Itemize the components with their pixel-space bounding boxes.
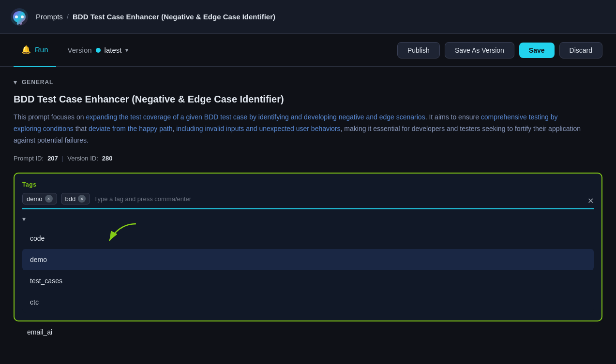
tags-clear-button[interactable]: ✕ <box>587 196 594 205</box>
prompt-id-label: Prompt ID: <box>14 155 44 162</box>
version-id-value: 280 <box>102 155 113 162</box>
breadcrumb-current-page: BDD Test Case Enhancer (Negative & Edge … <box>73 13 275 21</box>
save-button[interactable]: Save <box>519 43 555 58</box>
desc-highlight-1: expanding the test coverage of a given B… <box>86 113 425 121</box>
svg-point-2 <box>21 15 24 18</box>
tags-label: Tags <box>22 181 594 188</box>
tag-chip-bdd-close[interactable]: × <box>78 195 86 203</box>
desc-text-1: This prompt focuses on <box>14 113 86 121</box>
meta-separator: | <box>62 155 63 162</box>
below-item-email-ai[interactable]: email_ai <box>14 321 602 343</box>
discard-button[interactable]: Discard <box>559 42 602 58</box>
desc-text-2: . It aims to ensure <box>425 113 481 121</box>
meta-row: Prompt ID: 207 | Version ID: 280 <box>14 155 602 162</box>
version-chevron-icon[interactable]: ▾ <box>125 47 128 54</box>
desc-highlight-4: including invalid inputs and unexpected … <box>176 125 340 132</box>
dropdown-section: ▾ <box>22 209 594 226</box>
dropdown-collapse-icon: ▾ <box>22 215 26 223</box>
save-as-version-button[interactable]: Save As Version <box>445 42 514 58</box>
tags-input-row[interactable]: demo × bdd × Type a tag and press comma/… <box>22 193 594 209</box>
prompt-title: BDD Test Case Enhancer (Negative & Edge … <box>14 94 602 105</box>
tab-run-label: Run <box>35 45 48 54</box>
version-id-label: Version ID: <box>67 155 98 162</box>
svg-point-1 <box>15 15 18 18</box>
tag-chip-demo: demo × <box>22 193 57 204</box>
general-collapse-icon: ▾ <box>14 78 17 86</box>
tab-version[interactable]: Version latest ▾ <box>60 34 136 67</box>
general-section-title: GENERAL <box>22 79 53 86</box>
app-logo[interactable] <box>10 7 29 27</box>
tags-input-placeholder[interactable]: Type a tag and press comma/enter <box>94 195 594 203</box>
tag-chip-demo-label: demo <box>27 195 43 203</box>
prompt-id-value: 207 <box>47 155 58 162</box>
dropdown-item-code[interactable]: code <box>22 228 594 249</box>
dropdown-item-ctc[interactable]: ctc <box>22 291 594 313</box>
publish-button[interactable]: Publish <box>397 42 440 58</box>
version-status-dot <box>96 48 101 53</box>
main-content: ▾ GENERAL BDD Test Case Enhancer (Negati… <box>0 67 616 354</box>
dropdown-item-demo[interactable]: demo <box>22 249 594 270</box>
dropdown-item-test-cases[interactable]: test_cases <box>22 270 594 291</box>
topbar: Prompts / BDD Test Case Enhancer (Negati… <box>0 0 616 34</box>
breadcrumb-prompts-link[interactable]: Prompts <box>36 13 63 21</box>
breadcrumb-separator: / <box>67 13 69 21</box>
version-value: latest <box>105 46 122 54</box>
tag-chip-demo-close[interactable]: × <box>45 195 53 203</box>
breadcrumb: Prompts / BDD Test Case Enhancer (Negati… <box>36 13 275 21</box>
desc-highlight-3: deviate from the happy path <box>89 125 173 132</box>
run-icon: 🔔 <box>21 45 31 54</box>
tag-chip-bdd: bdd × <box>61 193 90 204</box>
tags-container: Tags demo × bdd × Type a tag and press c… <box>14 173 602 321</box>
tag-chip-bdd-label: bdd <box>65 195 76 203</box>
general-section-header[interactable]: ▾ GENERAL <box>14 78 602 86</box>
desc-text-3: that <box>74 125 89 132</box>
prompt-description: This prompt focuses on expanding the tes… <box>14 112 585 146</box>
tags-dropdown-list: code demo test_cases ctc <box>22 228 594 313</box>
tab-run[interactable]: 🔔 Run <box>14 34 56 67</box>
tab-version-label: Version <box>68 46 92 54</box>
tabbar: 🔔 Run Version latest ▾ Publish Save As V… <box>0 34 616 67</box>
